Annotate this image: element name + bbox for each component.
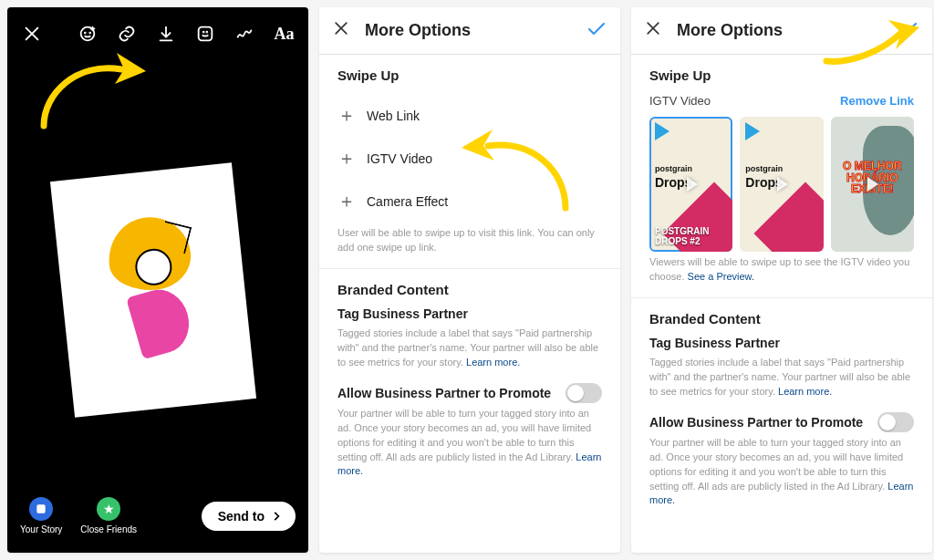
allow-promote-toggle[interactable] bbox=[877, 412, 914, 432]
svg-rect-6 bbox=[36, 504, 45, 513]
igtv-thumb-1[interactable]: postgrain Drops POSTGRAIN DROPS #2 bbox=[649, 117, 732, 252]
download-icon[interactable] bbox=[154, 22, 177, 46]
allow-promote-toggle[interactable] bbox=[566, 383, 602, 403]
more-options-body: Swipe Up IGTV Video Remove Link postgrai… bbox=[631, 55, 932, 553]
remove-link-button[interactable]: Remove Link bbox=[840, 94, 914, 108]
svg-point-1 bbox=[84, 33, 85, 34]
link-icon[interactable] bbox=[115, 22, 138, 46]
your-story-label: Your Story bbox=[20, 524, 62, 534]
send-to-label: Send to bbox=[218, 509, 265, 524]
allow-promote-hint: Your partner will be able to turn your t… bbox=[649, 436, 914, 509]
close-icon[interactable] bbox=[644, 19, 662, 42]
branded-content-label: Branded Content bbox=[337, 282, 602, 297]
sticker-icon[interactable] bbox=[194, 22, 217, 46]
igtv-hint: Viewers will be able to swipe up to see … bbox=[649, 255, 914, 285]
svg-rect-3 bbox=[199, 27, 213, 41]
story-editor-screen: Aa Your Story ★ Close Friends Send to bbox=[7, 7, 308, 553]
page-title: More Options bbox=[365, 21, 471, 40]
story-bottom-bar: Your Story ★ Close Friends Send to bbox=[7, 484, 308, 553]
plus-icon: ＋ bbox=[337, 146, 354, 171]
plus-icon: ＋ bbox=[337, 189, 354, 213]
igtv-thumb-row: postgrain Drops POSTGRAIN DROPS #2 postg… bbox=[649, 117, 914, 252]
swipe-up-label: Swipe Up bbox=[337, 67, 602, 83]
see-preview-link[interactable]: See a Preview. bbox=[688, 271, 754, 282]
your-story-icon bbox=[29, 497, 53, 521]
play-icon bbox=[867, 177, 878, 192]
option-label: Camera Effect bbox=[367, 194, 448, 209]
more-options-screen-2: More Options Swipe Up IGTV Video Remove … bbox=[631, 7, 932, 553]
learn-more-link[interactable]: Learn more. bbox=[466, 357, 520, 368]
tag-partner-hint: Tagged stories include a label that says… bbox=[649, 356, 914, 399]
plus-icon: ＋ bbox=[337, 103, 354, 128]
igtv-sublabel: IGTV Video bbox=[649, 94, 711, 108]
option-label: Web Link bbox=[367, 109, 420, 123]
allow-promote-row: Allow Business Partner to Promote bbox=[337, 383, 602, 403]
close-friends-button[interactable]: ★ Close Friends bbox=[80, 497, 137, 534]
tag-partner-hint: Tagged stories include a label that says… bbox=[337, 327, 602, 370]
story-toolbar: Aa bbox=[7, 7, 308, 53]
svg-point-2 bbox=[89, 33, 90, 34]
igtv-header-row: IGTV Video Remove Link bbox=[649, 94, 914, 108]
story-canvas[interactable] bbox=[7, 53, 308, 484]
swipe-up-label: Swipe Up bbox=[649, 67, 914, 83]
illustration bbox=[76, 192, 231, 389]
story-image[interactable] bbox=[50, 162, 256, 417]
close-friends-label: Close Friends bbox=[80, 524, 137, 534]
option-camera-effect[interactable]: ＋ Camera Effect bbox=[337, 180, 602, 223]
option-igtv-video[interactable]: ＋ IGTV Video bbox=[337, 137, 602, 180]
send-to-button[interactable]: Send to bbox=[202, 502, 296, 531]
doodle-icon[interactable] bbox=[234, 22, 256, 46]
learn-more-link[interactable]: Learn more. bbox=[778, 386, 832, 397]
divider bbox=[631, 297, 932, 298]
your-story-button[interactable]: Your Story bbox=[20, 497, 62, 534]
page-title: More Options bbox=[677, 21, 783, 40]
more-options-screen-1: More Options Swipe Up ＋ Web Link ＋ IGTV … bbox=[319, 7, 620, 553]
star-icon: ★ bbox=[97, 497, 120, 521]
branded-content-label: Branded Content bbox=[649, 311, 914, 327]
igtv-thumb-2[interactable]: postgrain Drops bbox=[740, 117, 823, 252]
divider bbox=[319, 268, 620, 269]
option-web-link[interactable]: ＋ Web Link bbox=[337, 94, 602, 137]
more-options-body: Swipe Up ＋ Web Link ＋ IGTV Video ＋ Camer… bbox=[319, 55, 620, 553]
confirm-check-icon[interactable] bbox=[898, 18, 919, 44]
confirm-check-icon[interactable] bbox=[586, 18, 607, 44]
svg-point-4 bbox=[203, 32, 204, 33]
igtv-thumb-3[interactable]: O MELHOR HORÁRIO EXISTE! bbox=[831, 117, 914, 252]
allow-promote-hint: Your partner will be able to turn your t… bbox=[337, 407, 602, 480]
face-plus-icon[interactable] bbox=[76, 22, 99, 46]
text-icon[interactable]: Aa bbox=[273, 22, 296, 46]
close-icon[interactable] bbox=[332, 19, 350, 42]
swipe-up-hint: User will be able to swipe up to visit t… bbox=[337, 226, 602, 255]
play-icon bbox=[687, 177, 698, 192]
more-options-header: More Options bbox=[319, 7, 620, 55]
option-label: IGTV Video bbox=[367, 151, 432, 166]
close-icon[interactable] bbox=[20, 22, 43, 46]
thumb-caption: POSTGRAIN DROPS #2 bbox=[655, 226, 727, 246]
play-icon bbox=[777, 177, 788, 192]
tag-partner-row[interactable]: Tag Business Partner bbox=[649, 336, 914, 350]
more-options-header: More Options bbox=[631, 7, 932, 55]
allow-promote-label: Allow Business Partner to Promote bbox=[337, 386, 551, 400]
svg-point-5 bbox=[207, 32, 208, 33]
tag-partner-row[interactable]: Tag Business Partner bbox=[337, 306, 602, 321]
allow-promote-label: Allow Business Partner to Promote bbox=[649, 415, 863, 430]
allow-promote-row: Allow Business Partner to Promote bbox=[649, 412, 914, 432]
